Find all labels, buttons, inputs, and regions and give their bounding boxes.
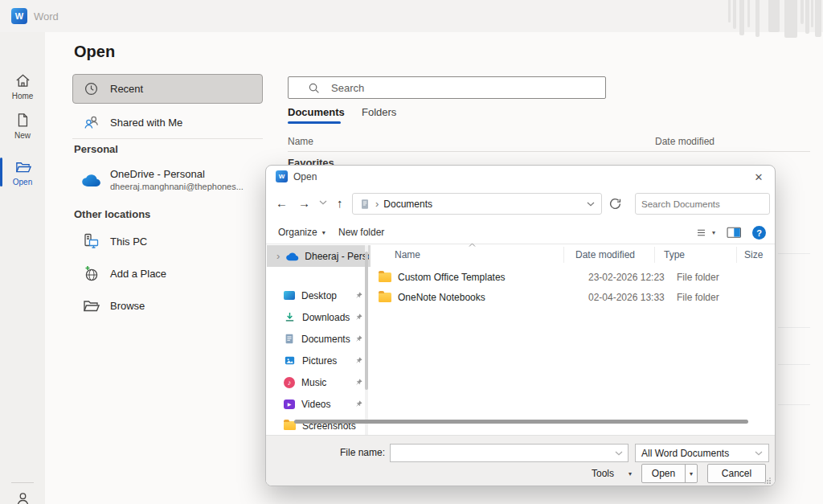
column-header-type[interactable]: Type — [664, 249, 685, 260]
column-header-name[interactable]: Name — [395, 249, 420, 260]
nav-label-onedrive: OneDrive - Personal — [110, 168, 244, 180]
pin-icon[interactable] — [354, 335, 362, 343]
nav-label-shared-with-me: Shared with Me — [110, 117, 182, 129]
tools-button[interactable]: Tools ▾ — [588, 465, 636, 482]
organize-button[interactable]: Organize▾ — [278, 227, 326, 238]
tree-scrollbar[interactable] — [365, 245, 368, 435]
backstage-search-input[interactable] — [331, 82, 605, 94]
tree-scrollbar-thumb[interactable] — [365, 252, 368, 390]
backstage-column-name[interactable]: Name — [288, 136, 313, 147]
file-name-combobox[interactable] — [390, 444, 629, 462]
breadcrumb-location[interactable]: Documents — [383, 199, 432, 210]
word-logo-icon: W — [11, 8, 27, 24]
address-bar[interactable]: › Documents — [352, 193, 602, 215]
combobox-chevron-icon[interactable] — [615, 451, 623, 456]
tree-item-desktop[interactable]: Desktop — [266, 285, 371, 306]
file-type-dropdown[interactable]: All Word Documents — [635, 444, 769, 462]
tab-folders[interactable]: Folders — [362, 106, 396, 118]
expand-chevron-icon[interactable]: › — [276, 252, 280, 260]
tree-item-downloads[interactable]: Downloads — [266, 306, 371, 328]
backstage-column-date-modified[interactable]: Date modified — [655, 136, 714, 147]
file-type-value: All Word Documents — [641, 448, 755, 459]
file-name-input[interactable] — [395, 448, 615, 459]
sort-ascending-icon — [469, 243, 476, 247]
dialog-search-input[interactable] — [641, 199, 765, 209]
pin-icon[interactable] — [354, 292, 362, 300]
rail-item-open[interactable]: Open — [0, 158, 45, 186]
home-icon — [14, 72, 31, 89]
open-split-arrow[interactable]: ▾ — [685, 465, 697, 482]
tree-item-documents[interactable]: Documents — [266, 328, 371, 350]
downloads-icon — [284, 311, 296, 323]
dropdown-icon: ▾ — [712, 229, 715, 236]
nav-item-add-a-place[interactable]: Add a Place — [72, 260, 263, 287]
horizontal-scrollbar[interactable] — [294, 420, 748, 424]
pin-icon[interactable] — [354, 313, 362, 322]
backstage-search-box[interactable] — [288, 76, 606, 99]
forward-icon[interactable]: → — [298, 196, 310, 211]
rail-item-account[interactable]: Account — [0, 490, 45, 504]
nav-item-recent[interactable]: Recent — [72, 74, 263, 104]
open-button[interactable]: Open ▾ — [641, 464, 698, 483]
nav-item-browse[interactable]: Browse — [72, 292, 263, 319]
file-name-label: File name: — [272, 444, 385, 462]
rail-label-new: New — [0, 131, 45, 140]
back-icon[interactable]: ← — [276, 196, 288, 211]
tab-documents[interactable]: Documents — [288, 106, 345, 118]
rail-label-home: Home — [0, 92, 45, 100]
address-dropdown-chevron-icon[interactable] — [587, 202, 595, 207]
tree-item-screenshots[interactable]: Screenshots — [266, 415, 371, 435]
dialog-footer: File name: All Word Documents Tools ▾ Op… — [266, 435, 775, 486]
nav-item-onedrive-personal[interactable]: OneDrive - Personal dheeraj.manghnani@th… — [72, 162, 263, 198]
up-icon[interactable]: ↑ — [337, 196, 343, 211]
pin-icon[interactable] — [354, 357, 362, 365]
app-titlebar: W Word — [0, 0, 823, 32]
account-person-icon — [14, 490, 31, 504]
column-header-size[interactable]: Size — [744, 249, 763, 260]
file-row-onenote-notebooks[interactable]: OneNote Notebooks 02-04-2026 13:33 File … — [379, 287, 771, 308]
resize-grip[interactable] — [764, 477, 771, 484]
nav-item-shared-with-me[interactable]: Shared with Me — [72, 108, 263, 137]
dialog-close-icon[interactable]: ✕ — [751, 170, 767, 184]
dialog-word-logo-icon: W — [276, 170, 288, 182]
section-other-locations: Other locations — [74, 208, 150, 220]
pin-icon[interactable] — [354, 379, 362, 387]
nav-item-this-pc[interactable]: This PC — [72, 227, 263, 255]
tree-root-onedrive[interactable]: › Dheeraj - Personal — [267, 245, 371, 267]
list-row-divider — [778, 364, 810, 365]
rail-item-new[interactable]: New — [0, 112, 45, 140]
rail-item-home[interactable]: Home — [0, 72, 45, 100]
column-divider — [654, 247, 655, 263]
nav-divider — [72, 138, 263, 139]
music-icon: ♪ — [284, 377, 295, 388]
desktop-icon — [284, 291, 295, 300]
tree-item-pictures[interactable]: Pictures — [266, 350, 371, 371]
nav-label-recent: Recent — [110, 83, 143, 95]
file-row-custom-office-templates[interactable]: Custom Office Templates 23-02-2026 12:23… — [379, 267, 771, 288]
cancel-button[interactable]: Cancel — [707, 464, 766, 483]
list-row-divider — [778, 327, 810, 328]
pin-icon[interactable] — [354, 400, 362, 408]
dialog-search-box[interactable] — [635, 193, 770, 215]
list-row-divider — [778, 253, 810, 254]
tree-item-videos[interactable]: ▶ Videos — [266, 393, 371, 415]
refresh-icon[interactable] — [608, 197, 622, 211]
toolbar-divider — [266, 244, 775, 244]
preview-pane-button[interactable] — [727, 227, 742, 239]
help-icon: ? — [756, 228, 762, 238]
column-header-date-modified[interactable]: Date modified — [575, 249, 635, 260]
word-open-screen: W Word Home New Open Account — [0, 0, 823, 504]
tree-root-label: Dheeraj - Personal — [305, 251, 369, 262]
rail-divider — [11, 482, 34, 483]
folder-icon — [379, 272, 391, 282]
folder-icon — [379, 293, 391, 302]
new-folder-button[interactable]: New folder — [338, 227, 384, 238]
shared-people-icon — [84, 114, 100, 130]
dialog-titlebar[interactable]: W Open ✕ — [266, 166, 775, 188]
this-pc-icon — [82, 232, 100, 250]
help-button[interactable]: ? — [752, 226, 766, 240]
tree-item-music[interactable]: ♪ Music — [266, 371, 371, 393]
column-divider — [563, 247, 564, 263]
history-chevron-icon[interactable] — [319, 200, 327, 205]
view-mode-button[interactable]: ▾ — [695, 227, 715, 238]
